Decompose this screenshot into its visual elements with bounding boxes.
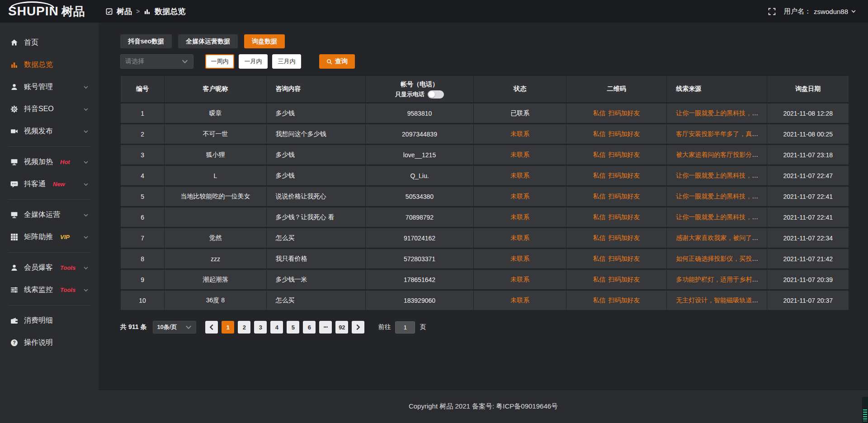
sidebar-item-lead-monitor[interactable]: 线索监控Tools <box>0 279 99 301</box>
chevron-down-icon <box>83 129 89 134</box>
sidebar-item-home[interactable]: 首页 <box>0 32 99 54</box>
goto-suffix: 页 <box>420 323 426 331</box>
sidebar-item-omni-media[interactable]: 全媒体运营 <box>0 204 99 226</box>
page-button-3[interactable]: 3 <box>254 321 267 334</box>
sidebar-item-label: 矩阵助推 <box>24 232 53 242</box>
cell-status: 未联系 <box>474 187 566 206</box>
qr-link-scan-add-friend[interactable]: 扫码加好友 <box>609 109 640 117</box>
sidebar-item-douketong[interactable]: 抖客通New <box>0 173 99 195</box>
page-button-1[interactable]: 1 <box>222 321 234 334</box>
cell-nickname: 暧章 <box>165 103 266 123</box>
page-button-4[interactable]: 4 <box>270 321 283 334</box>
qr-link-private-message[interactable]: 私信 <box>593 234 606 241</box>
breadcrumb-separator: > <box>136 8 140 15</box>
qr-link-scan-add-friend[interactable]: 扫码加好友 <box>609 276 640 283</box>
column-header-qrcode: 二维码 <box>566 76 666 102</box>
sidebar-item-video-heating[interactable]: 视频加热Hot <box>0 151 99 173</box>
qr-link-scan-add-friend[interactable]: 扫码加好友 <box>609 172 640 179</box>
qr-link-private-message[interactable]: 私信 <box>593 193 606 200</box>
qr-link-private-message[interactable]: 私信 <box>593 255 606 262</box>
source-link[interactable]: 感谢大家喜欢我家，被问了好... <box>676 234 764 241</box>
source-link[interactable]: 客厅安装投影半年多了，真实... <box>676 130 764 137</box>
qr-link-private-message[interactable]: 私信 <box>593 109 606 117</box>
tab-douyin-seo-data[interactable]: 抖音seo数据 <box>120 34 172 48</box>
username-value[interactable]: zswodun88 <box>814 8 848 15</box>
qr-link-scan-add-friend[interactable]: 扫码加好友 <box>609 130 640 137</box>
bar-chart-icon <box>10 61 18 69</box>
source-link[interactable]: 让你一眼就爱上的黑科技，能... <box>676 193 764 200</box>
table-row: 8zzz我只看价格572803371未联系私信扫码加好友如何正确选择投影仪，买投… <box>121 249 849 268</box>
next-page-button[interactable] <box>352 321 364 334</box>
page-ellipsis-button[interactable]: ••• <box>319 321 332 334</box>
sidebar-item-label: 全媒体运营 <box>24 210 60 220</box>
search-button[interactable]: 查询 <box>319 54 355 69</box>
sidebar-menu: 首页数据总览账号管理抖音SEO视频发布视频加热Hot抖客通New全媒体运营矩阵助… <box>0 32 99 354</box>
qr-link-private-message[interactable]: 私信 <box>593 130 606 137</box>
page-button-2[interactable]: 2 <box>238 321 250 334</box>
cell-content: 多少钱 <box>267 166 365 185</box>
qr-link-private-message[interactable]: 私信 <box>593 172 606 179</box>
sidebar-item-data-overview[interactable]: 数据总览 <box>0 54 99 76</box>
video-camera-icon <box>10 127 18 135</box>
breadcrumb-root[interactable]: 树品 <box>117 6 132 17</box>
qr-link-private-message[interactable]: 私信 <box>593 151 606 158</box>
source-link[interactable]: 让你一眼就爱上的黑科技，能... <box>676 213 764 221</box>
source-link[interactable]: 多功能护栏灯，适用于乡村文... <box>676 276 764 283</box>
source-link[interactable]: 如何正确选择投影仪，买投影... <box>676 255 764 262</box>
tab-inquiry-data[interactable]: 询盘数据 <box>244 34 285 48</box>
fullscreen-icon[interactable] <box>768 8 776 15</box>
source-link[interactable]: 被大家追着问的客厅投影分享... <box>676 151 764 158</box>
dashboard-icon <box>106 8 113 15</box>
table-row: 6多少钱？让我死心 看70898792未联系私信扫码加好友让你一眼就爱上的黑科技… <box>121 207 849 227</box>
page-button-5[interactable]: 5 <box>287 321 299 334</box>
sliders-icon <box>10 286 18 294</box>
sidebar-item-member-baoke[interactable]: 会员爆客Tools <box>0 257 99 279</box>
sidebar-item-video-publish[interactable]: 视频发布 <box>0 120 99 142</box>
cell-account: 178651642 <box>366 270 474 289</box>
phone-only-toggle[interactable] <box>428 90 444 99</box>
sidebar-item-account-management[interactable]: 账号管理 <box>0 76 99 98</box>
chevron-down-icon <box>83 265 89 271</box>
qr-link-private-message[interactable]: 私信 <box>593 296 606 304</box>
source-link[interactable]: 让你一眼就爱上的黑科技，能... <box>676 109 764 117</box>
cell-nickname <box>165 207 266 227</box>
period-button-week[interactable]: 一周内 <box>205 54 234 69</box>
source-link[interactable]: 无主灯设计，智能磁吸轨道灯... <box>676 296 764 304</box>
qr-link-scan-add-friend[interactable]: 扫码加好友 <box>609 234 640 241</box>
qr-link-private-message[interactable]: 私信 <box>593 276 606 283</box>
cell-id: 5 <box>121 187 164 206</box>
sidebar-item-matrix-boost[interactable]: 矩阵助推VIP <box>0 226 99 248</box>
page-button-92[interactable]: 92 <box>335 321 348 334</box>
sidebar-item-operation-guide[interactable]: ?操作说明 <box>0 332 99 354</box>
inquiry-table: 编号客户昵称咨询内容帐号（电话）只显示电话状态二维码线索来源询盘日期1暧章多少钱… <box>120 75 849 311</box>
table-row: 5当地比较能吃的一位美女说说价格让我死心50534380未联系私信扫码加好友让你… <box>121 187 849 206</box>
prev-page-button[interactable] <box>205 321 218 334</box>
cell-date: 2021-11-08 12:28 <box>767 103 849 123</box>
column-header-source: 线索来源 <box>667 76 767 102</box>
status-badge: 未联系 <box>510 234 529 241</box>
cell-date: 2021-11-07 23:18 <box>767 145 849 164</box>
qr-link-scan-add-friend[interactable]: 扫码加好友 <box>609 151 640 158</box>
page-size-select[interactable]: 10条/页 <box>153 321 196 334</box>
goto-page-input[interactable] <box>395 321 415 334</box>
chevron-down-icon[interactable] <box>851 9 856 14</box>
source-link[interactable]: 让你一眼就爱上的黑科技，能... <box>676 172 764 179</box>
status-badge: 未联系 <box>510 276 529 283</box>
sidebar-item-badge: New <box>53 181 65 188</box>
status-badge: 未联系 <box>510 151 529 158</box>
sidebar-item-consumption-detail[interactable]: 消费明细 <box>0 310 99 332</box>
qr-link-scan-add-friend[interactable]: 扫码加好友 <box>609 213 640 221</box>
qr-link-scan-add-friend[interactable]: 扫码加好友 <box>609 255 640 262</box>
data-tabs: 抖音seo数据全媒体运营数据询盘数据 <box>120 34 849 48</box>
period-button-month[interactable]: 一月内 <box>239 54 268 69</box>
tab-omni-media-data[interactable]: 全媒体运营数据 <box>178 34 238 48</box>
sidebar-item-douyin-seo[interactable]: 抖音SEO <box>0 98 99 120</box>
page-button-6[interactable]: 6 <box>303 321 316 334</box>
phone-only-label: 只显示电话 <box>395 90 425 99</box>
qr-link-private-message[interactable]: 私信 <box>593 213 606 221</box>
period-button-quarter[interactable]: 三月内 <box>272 54 301 69</box>
floating-widget[interactable] <box>862 397 868 423</box>
qr-link-scan-add-friend[interactable]: 扫码加好友 <box>609 193 640 200</box>
filter-select[interactable]: 请选择 <box>120 54 193 69</box>
qr-link-scan-add-friend[interactable]: 扫码加好友 <box>609 296 640 304</box>
